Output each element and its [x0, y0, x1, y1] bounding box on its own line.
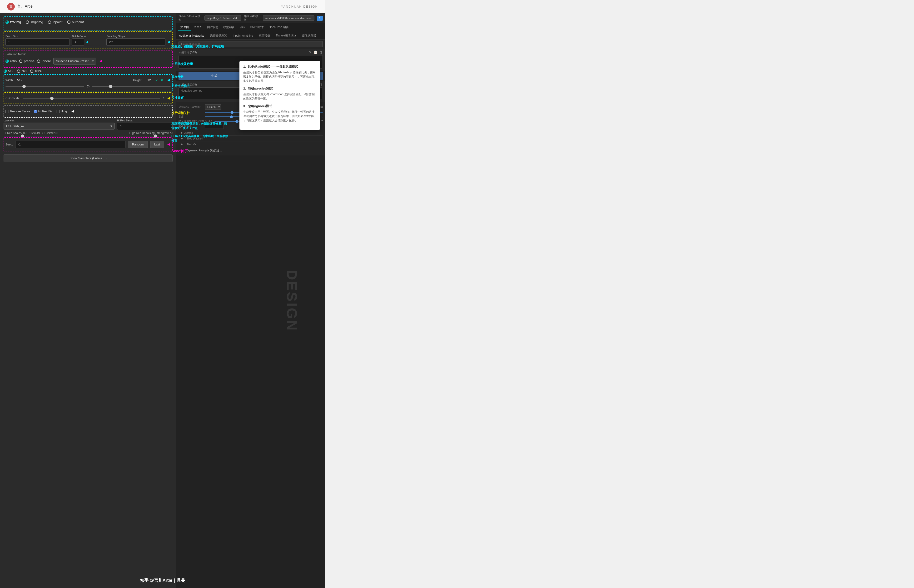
radio-ignore[interactable] — [37, 60, 40, 63]
tiling-label: tiling — [61, 110, 67, 113]
radio-1024[interactable] — [30, 69, 33, 73]
info-item-1: 1、比例(Ratio)模式——一般默认该模式 生成尺寸将自动设置为匹配 Phot… — [243, 65, 317, 83]
sampler-select[interactable]: Euler a — [205, 104, 221, 110]
custom-preset-wrapper: Select a Custom Preset ▼ — [53, 58, 96, 65]
site-title: 言川Artie — [17, 4, 32, 9]
cfg-slider[interactable] — [23, 98, 160, 99]
hires-arrow-icon: ◄ — [71, 109, 75, 114]
tab-img2img[interactable]: img2img — [26, 20, 43, 24]
seed-input[interactable] — [15, 141, 126, 148]
size-512[interactable]: 512 — [3, 69, 13, 73]
vae-select[interactable]: vae-ft-mse-840000-ema-pruned-tensors... — [263, 16, 315, 21]
adetail-expand[interactable]: ▶ — [181, 131, 183, 134]
hi-res-fix-checkbox[interactable] — [34, 110, 37, 113]
sub-tab-inpaint[interactable]: Inpaint Anything — [230, 32, 256, 39]
radio-precise[interactable] — [19, 60, 23, 63]
batch-size-input[interactable] — [5, 38, 70, 46]
seed-param-label: 随机数种子 — [179, 125, 202, 128]
batch-sampling-box: Batch Size: Batch Count: ◄ Sampling Step… — [3, 31, 173, 49]
radio-512[interactable] — [3, 69, 7, 73]
width-slider[interactable] — [5, 86, 84, 87]
generate-search-input[interactable] — [179, 41, 323, 47]
main-tab-imginfo[interactable]: 图片信息 — [205, 24, 221, 31]
tiled-diffusion-label: Tiled Diffusion — [187, 137, 203, 140]
sampling-steps-label: Sampling Steps — [107, 35, 171, 38]
hi-res-steps-col: Hi Res Steps: — [117, 119, 173, 130]
tiling-checkbox[interactable] — [56, 110, 60, 113]
hi-res-steps-input[interactable] — [117, 123, 173, 130]
sub-tab-convert[interactable]: 模型转换 — [256, 32, 273, 39]
main-tab-img2img[interactable]: 图生图 — [191, 24, 205, 31]
size-1024[interactable]: 1024 — [30, 69, 41, 73]
restore-faces-checkbox[interactable] — [5, 110, 9, 113]
scale-badge: ↑x1.00 — [155, 79, 163, 82]
random-button[interactable]: Random — [128, 141, 148, 148]
cfg-row: CFG Scale: 7 ◄ — [5, 96, 171, 101]
sub-tab-browse[interactable]: 先进图像浏览 — [207, 32, 230, 39]
custom-preset-select[interactable]: Select a Custom Preset — [53, 58, 96, 65]
selection-precise[interactable]: precise — [19, 59, 34, 63]
main-tab-civitai[interactable]: CivitAI助手 — [247, 24, 266, 31]
main-tab-txt2img[interactable]: 文生图 — [178, 24, 191, 31]
batch-arrow-icon: ◄ — [85, 39, 89, 45]
sub-tab-dataset[interactable]: Dataset标Editor — [273, 32, 299, 39]
sampling-steps-input[interactable] — [107, 38, 165, 46]
hires-denoising-slider[interactable] — [118, 136, 173, 136]
tiled-vae-expand[interactable]: ▶ — [181, 142, 183, 146]
generate-main-button[interactable]: 生成 — [179, 72, 250, 80]
sub-tab-networks[interactable]: Additional Networks — [176, 32, 207, 39]
sd-model-select[interactable]: majicMix_v6 Photore...-84... — [205, 16, 241, 21]
main-container: txt2img img2img inpaint outpaint — [0, 13, 325, 588]
seed-param-input[interactable] — [205, 124, 224, 129]
hires-scale-slider[interactable] — [3, 136, 58, 136]
show-samplers-button[interactable]: Show Samplers (Eulera ...) — [3, 154, 173, 162]
wh-box: Width: 512 Height: 512 ↑x1.00 ◄ ⚙ — [3, 74, 173, 91]
main-tab-merge[interactable]: 模型融合 — [221, 24, 237, 31]
tab-outpaint[interactable]: outpaint — [67, 20, 84, 24]
prompt-icon-3[interactable]: 🗑 — [320, 50, 323, 54]
height-label: Height: — [133, 79, 142, 82]
link-icon: ⚙ — [86, 84, 90, 89]
tiled-expand[interactable]: ▶ — [181, 137, 183, 140]
height-value: 512 — [146, 78, 151, 82]
footer-brand: 知乎 @言川Artie｜且曼 — [140, 578, 185, 583]
radio-img2img[interactable] — [26, 21, 29, 24]
cfg-box: CFG Scale: 7 ◄ — [3, 92, 173, 104]
radio-inpaint[interactable] — [48, 21, 51, 24]
sub-tab-gallery[interactable]: 图库浏览器 — [299, 32, 319, 39]
seed-arrow-icon: ◄ — [166, 142, 171, 147]
dynamic-prompts-expand[interactable]: ▶ — [181, 149, 183, 152]
size-768[interactable]: 768 — [17, 69, 27, 73]
main-tab-train[interactable]: 训练 — [237, 24, 247, 31]
prompt-label: ⊙ 提示词 (0/75) — [179, 51, 197, 54]
height-slider[interactable] — [92, 86, 171, 87]
adetail-row: ▶ ADetail — [179, 130, 323, 136]
tab-inpaint[interactable]: inpaint — [48, 20, 62, 24]
batch-count-col: Batch Count: ◄ — [72, 35, 104, 46]
upscaler-row: Upscaler: ESRGAN_4x ▼ Hi Res Steps: — [3, 119, 173, 130]
last-button[interactable]: Last — [150, 141, 164, 148]
upscaler-select[interactable]: ESRGAN_4x — [3, 123, 115, 129]
radio-outpaint[interactable] — [67, 21, 71, 24]
radio-txt2img[interactable] — [5, 21, 9, 24]
prompt-header: ⊙ 提示词 (0/75) ⟳ 📋 🗑 — [179, 50, 323, 54]
seed-box: Seed: Random Last ◄ — [3, 137, 173, 152]
radio-768[interactable] — [17, 69, 20, 73]
main-tab-openpose[interactable]: OpenPose 编辑 — [266, 24, 291, 31]
batch-count-input[interactable] — [72, 38, 84, 46]
prompt-icon-1[interactable]: ⟳ — [309, 50, 312, 54]
batch-size-label: Batch Size: — [5, 35, 70, 38]
cfg-arrow-icon: ◄ — [166, 96, 171, 101]
main-tabs: 文生图 图生图 图片信息 模型融合 训练 CivitAI助手 OpenPose … — [176, 23, 325, 32]
sub-tabs: Additional Networks 先进图像浏览 Inpaint Anyth… — [176, 32, 325, 40]
radio-ratio[interactable] — [5, 60, 9, 63]
prompt-icon-2[interactable]: 📋 — [313, 50, 318, 54]
info-box: 1、比例(Ratio)模式——一般默认该模式 生成尺寸将自动设置为匹配 Phot… — [239, 61, 320, 130]
selection-ignore[interactable]: ignore — [37, 59, 51, 63]
sd-model-label: Stable Diffusion 模型 — [179, 15, 202, 22]
selection-ratio[interactable]: ratio — [5, 59, 17, 63]
tab-txt2img[interactable]: txt2img — [5, 20, 21, 24]
tiled-vae-row: ▶ Tiled Va... — [179, 141, 323, 147]
width-label: Width: — [5, 79, 14, 82]
refresh-button[interactable]: ⟳ — [317, 16, 323, 21]
